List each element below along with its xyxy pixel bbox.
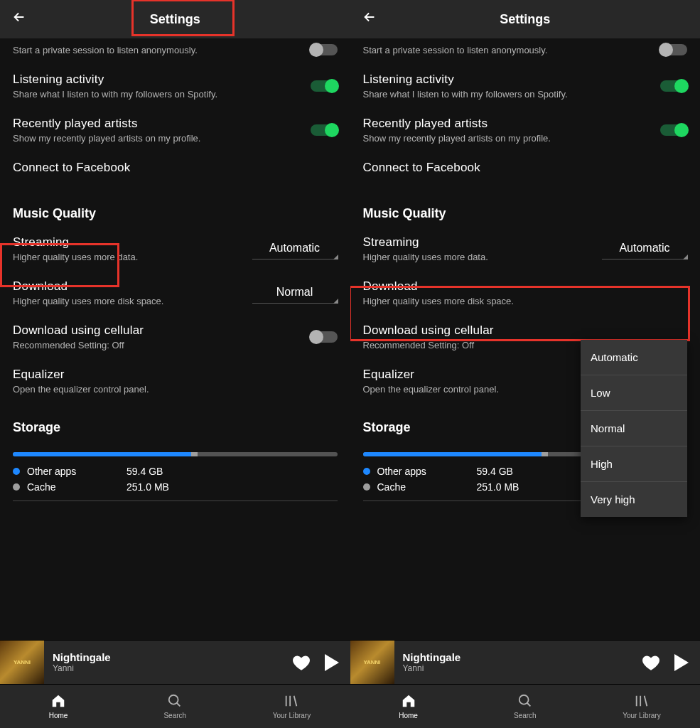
highlight-settings-title — [131, 0, 235, 36]
streaming-title: Streaming — [363, 235, 596, 250]
section-music-quality: Music Quality — [363, 182, 688, 225]
option-normal[interactable]: Normal — [581, 411, 687, 446]
legend-other-apps: Other apps 59.4 GB — [13, 464, 338, 479]
storage-legend: Other apps 59.4 GB Cache 251.0 MB — [13, 464, 338, 495]
eq-sub: Open the equalizer control panel. — [13, 384, 330, 395]
row-recently-played[interactable]: Recently played artists Show my recently… — [363, 107, 688, 151]
row-download-cellular[interactable]: Download using cellular Recommended Sett… — [13, 314, 338, 358]
heart-icon[interactable] — [642, 653, 660, 672]
header: Settings — [0, 0, 350, 38]
toggle-recent[interactable] — [660, 124, 687, 136]
row-listening-activity[interactable]: Listening activity Share what I listen t… — [363, 63, 688, 107]
library-icon — [284, 693, 299, 709]
download-select[interactable]: Normal — [252, 283, 338, 304]
recent-title: Recently played artists — [13, 117, 303, 131]
np-artist: Yanni — [403, 663, 642, 673]
recent-sub: Show my recently played artists on my pr… — [363, 133, 654, 144]
row-listening-activity[interactable]: Listening activity Share what I listen t… — [13, 63, 338, 107]
row-recently-played[interactable]: Recently played artists Show my recently… — [13, 107, 338, 151]
nav-home[interactable]: Home — [0, 685, 117, 728]
cell-sub: Recommended Setting: Off — [13, 340, 303, 350]
play-icon[interactable] — [674, 654, 689, 671]
option-low[interactable]: Low — [581, 375, 687, 411]
dot-icon — [13, 468, 20, 475]
section-music-quality: Music Quality — [13, 182, 338, 225]
streaming-sub: Higher quality uses more data. — [363, 252, 596, 262]
listening-sub: Share what I listen to with my followers… — [13, 89, 303, 100]
download-sub: Higher quality uses more disk space. — [13, 296, 245, 306]
download-title: Download — [363, 279, 681, 294]
nav-library[interactable]: Your Library — [233, 685, 350, 728]
streaming-select[interactable]: Automatic — [252, 239, 338, 259]
row-private-session[interactable]: Start a private session to listen anonym… — [13, 38, 338, 63]
np-title: Nightingale — [403, 651, 642, 663]
row-download[interactable]: Download Higher quality uses more disk s… — [363, 269, 688, 314]
toggle-private-session[interactable] — [311, 44, 338, 55]
storage-bar — [13, 452, 338, 456]
fb-title: Connect to Facebook — [13, 161, 330, 175]
streaming-select[interactable]: Automatic — [602, 239, 687, 259]
page-title: Settings — [0, 12, 350, 27]
left-pane: Settings Start a private session to list… — [0, 0, 350, 728]
download-sub: Higher quality uses more disk space. — [363, 296, 681, 306]
back-icon[interactable] — [11, 9, 27, 29]
album-art[interactable]: YANNI — [0, 641, 44, 685]
listening-sub: Share what I listen to with my followers… — [363, 89, 654, 100]
now-playing-bar[interactable]: YANNI Nightingale Yanni — [0, 640, 350, 684]
nav-search[interactable]: Search — [467, 685, 583, 728]
settings-scroll[interactable]: Start a private session to listen anonym… — [0, 38, 350, 640]
settings-scroll[interactable]: Start a private session to listen anonym… — [350, 38, 701, 640]
listening-title: Listening activity — [363, 73, 654, 87]
private-session-sub: Start a private session to listen anonym… — [13, 45, 198, 55]
heart-icon[interactable] — [292, 653, 311, 672]
row-connect-facebook[interactable]: Connect to Facebook — [363, 151, 688, 182]
cell-title: Download using cellular — [363, 323, 681, 338]
cell-title: Download using cellular — [13, 323, 303, 338]
header: Settings — [350, 0, 701, 38]
bottom-nav: Home Search Your Library — [350, 684, 701, 728]
library-icon — [634, 693, 650, 709]
toggle-listening[interactable] — [660, 80, 687, 92]
nav-library[interactable]: Your Library — [583, 685, 700, 728]
page-title: Settings — [350, 12, 701, 27]
search-icon — [167, 693, 183, 709]
nav-search[interactable]: Search — [117, 685, 233, 728]
option-automatic[interactable]: Automatic — [581, 340, 687, 375]
streaming-dropdown: Automatic Low Normal High Very high — [581, 340, 687, 517]
download-title: Download — [13, 279, 245, 294]
np-title: Nightingale — [53, 651, 292, 663]
dot-icon — [363, 483, 370, 491]
toggle-recent[interactable] — [311, 124, 338, 136]
private-session-sub: Start a private session to listen anonym… — [363, 45, 548, 55]
row-streaming[interactable]: Streaming Higher quality uses more data.… — [13, 225, 338, 269]
now-playing-bar[interactable]: YANNI Nightingale Yanni — [350, 640, 701, 684]
nav-home[interactable]: Home — [350, 685, 467, 728]
svg-point-1 — [519, 695, 529, 705]
back-icon[interactable] — [362, 9, 377, 29]
search-icon — [517, 693, 533, 709]
row-private-session[interactable]: Start a private session to listen anonym… — [363, 38, 688, 63]
album-art[interactable]: YANNI — [350, 641, 394, 685]
eq-title: Equalizer — [13, 368, 330, 382]
streaming-sub: Higher quality uses more data. — [13, 252, 245, 262]
row-connect-facebook[interactable]: Connect to Facebook — [13, 151, 338, 182]
toggle-listening[interactable] — [311, 80, 338, 92]
toggle-cellular[interactable] — [311, 331, 338, 343]
recent-title: Recently played artists — [363, 117, 654, 131]
fb-title: Connect to Facebook — [363, 161, 681, 175]
streaming-title: Streaming — [13, 235, 245, 250]
dot-icon — [13, 483, 20, 491]
listening-title: Listening activity — [13, 73, 303, 87]
toggle-private-session[interactable] — [660, 44, 687, 55]
dot-icon — [363, 468, 370, 475]
home-icon — [401, 693, 416, 709]
home-icon — [50, 693, 66, 709]
section-storage: Storage — [13, 402, 338, 439]
play-icon[interactable] — [325, 654, 339, 671]
row-download[interactable]: Download Higher quality uses more disk s… — [13, 269, 338, 314]
row-equalizer[interactable]: Equalizer Open the equalizer control pan… — [13, 358, 338, 402]
row-streaming[interactable]: Streaming Higher quality uses more data.… — [363, 225, 688, 269]
option-very-high[interactable]: Very high — [581, 482, 687, 517]
svg-point-0 — [169, 695, 178, 705]
option-high[interactable]: High — [581, 446, 687, 482]
